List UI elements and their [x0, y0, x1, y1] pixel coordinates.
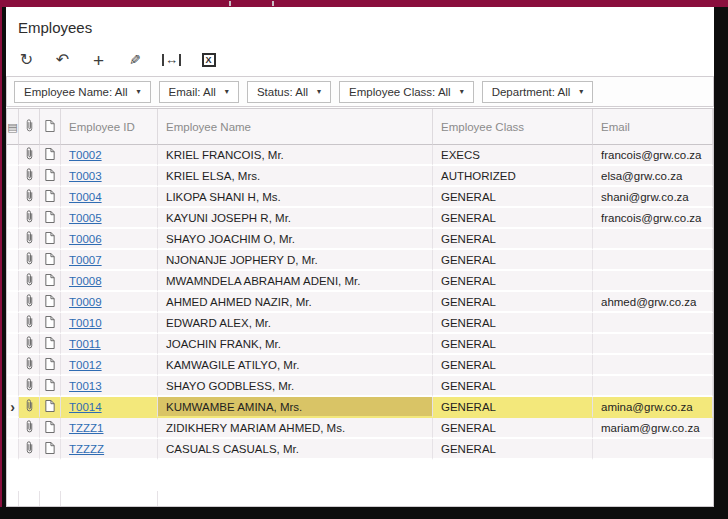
export-excel-button[interactable]: X: [200, 49, 217, 71]
employee-email-cell[interactable]: elsa@grw.co.za: [593, 166, 713, 187]
note-cell[interactable]: [40, 313, 61, 334]
attachment-cell[interactable]: [19, 376, 40, 397]
employee-id-link[interactable]: T0013: [69, 380, 102, 392]
employee-name-cell[interactable]: SHAYO JOACHIM O, Mr.: [158, 229, 433, 250]
attachment-cell[interactable]: [19, 334, 40, 355]
table-row[interactable]: T0010EDWARD ALEX, Mr.GENERAL: [7, 313, 713, 334]
employee-class-cell[interactable]: GENERAL: [433, 292, 593, 313]
employee-email-cell[interactable]: mariam@grw.co.za: [593, 418, 713, 439]
note-cell[interactable]: [40, 208, 61, 229]
fit-width-button[interactable]: ↔: [162, 49, 181, 71]
employee-email-cell[interactable]: francois@grw.co.za: [593, 145, 713, 166]
employee-class-cell[interactable]: GENERAL: [433, 250, 593, 271]
employee-email-cell[interactable]: francois@grw.co.za: [593, 208, 713, 229]
employee-name-cell[interactable]: KRIEL FRANCOIS, Mr.: [158, 145, 433, 166]
column-header-employee-class[interactable]: Employee Class: [433, 109, 593, 145]
attachment-cell[interactable]: [19, 418, 40, 439]
employee-email-cell[interactable]: amina@grw.co.za: [593, 397, 713, 418]
employee-name-cell[interactable]: KRIEL ELSA, Mrs.: [158, 166, 433, 187]
note-cell[interactable]: [40, 334, 61, 355]
employee-name-cell[interactable]: SHAYO GODBLESS, Mr.: [158, 376, 433, 397]
employee-class-cell[interactable]: GENERAL: [433, 229, 593, 250]
employee-class-cell[interactable]: GENERAL: [433, 187, 593, 208]
employee-id-link[interactable]: T0007: [69, 254, 102, 266]
employee-email-cell[interactable]: [593, 229, 713, 250]
employee-class-cell[interactable]: GENERAL: [433, 313, 593, 334]
employee-id-link[interactable]: T0012: [69, 359, 102, 371]
edit-button[interactable]: ✎: [126, 49, 143, 71]
undo-button[interactable]: ↶: [54, 49, 71, 71]
employee-id-link[interactable]: T0004: [69, 191, 102, 203]
employee-id-link[interactable]: T0009: [69, 296, 102, 308]
employee-class-cell[interactable]: AUTHORIZED: [433, 166, 593, 187]
employee-email-cell[interactable]: [593, 250, 713, 271]
table-row[interactable]: T0005KAYUNI JOSEPH R, Mr.GENERALfrancois…: [7, 208, 713, 229]
filter-email[interactable]: Email: All▾: [159, 81, 239, 103]
table-row[interactable]: T0002KRIEL FRANCOIS, Mr.EXECSfrancois@gr…: [7, 145, 713, 166]
column-header-employee-name[interactable]: Employee Name: [158, 109, 433, 145]
note-cell[interactable]: [40, 355, 61, 376]
employee-email-cell[interactable]: shani@grw.co.za: [593, 187, 713, 208]
employee-name-cell[interactable]: NJONANJE JOPHERY D, Mr.: [158, 250, 433, 271]
employee-id-link[interactable]: T0011: [69, 338, 101, 350]
column-header-email[interactable]: Email: [593, 109, 713, 145]
note-cell[interactable]: [40, 250, 61, 271]
attachment-cell[interactable]: [19, 313, 40, 334]
employee-class-cell[interactable]: GENERAL: [433, 418, 593, 439]
table-row[interactable]: ›T0014KUMWAMBE AMINA, Mrs.GENERALamina@g…: [7, 397, 713, 418]
attachment-cell[interactable]: [19, 229, 40, 250]
attachment-cell[interactable]: [19, 397, 40, 418]
attachment-cell[interactable]: [19, 187, 40, 208]
employee-class-cell[interactable]: GENERAL: [433, 334, 593, 355]
employee-id-link[interactable]: T0008: [69, 275, 102, 287]
note-cell[interactable]: [40, 376, 61, 397]
employee-email-cell[interactable]: [593, 271, 713, 292]
note-cell[interactable]: [40, 166, 61, 187]
employee-class-cell[interactable]: GENERAL: [433, 376, 593, 397]
employee-name-cell[interactable]: AHMED AHMED NAZIR, Mr.: [158, 292, 433, 313]
employee-id-link[interactable]: TZZZ1: [69, 422, 104, 434]
attachment-cell[interactable]: [19, 439, 40, 460]
note-cell[interactable]: [40, 187, 61, 208]
employee-id-link[interactable]: T0002: [69, 149, 102, 161]
table-row[interactable]: T0004LIKOPA SHANI H, Ms.GENERALshani@grw…: [7, 187, 713, 208]
table-row[interactable]: T0009AHMED AHMED NAZIR, Mr.GENERALahmed@…: [7, 292, 713, 313]
employee-email-cell[interactable]: [593, 334, 713, 355]
employee-email-cell[interactable]: [593, 313, 713, 334]
employee-name-cell[interactable]: ZIDIKHERY MARIAM AHMED, Ms.: [158, 418, 433, 439]
table-row[interactable]: T0008MWAMNDELA ABRAHAM ADENI, Mr.GENERAL: [7, 271, 713, 292]
attachment-cell[interactable]: [19, 271, 40, 292]
employee-id-link[interactable]: T0010: [69, 317, 102, 329]
filter-department[interactable]: Department: All▾: [482, 81, 594, 103]
add-new-button[interactable]: +: [90, 49, 107, 71]
note-cell[interactable]: [40, 145, 61, 166]
column-header-employee-id[interactable]: Employee ID: [61, 109, 158, 145]
attachment-cell[interactable]: [19, 166, 40, 187]
employee-email-cell[interactable]: ahmed@grw.co.za: [593, 292, 713, 313]
note-cell[interactable]: [40, 397, 61, 418]
employee-email-cell[interactable]: [593, 439, 713, 460]
attachment-cell[interactable]: [19, 355, 40, 376]
filter-employee-class[interactable]: Employee Class: All▾: [339, 81, 474, 103]
employee-id-link[interactable]: T0006: [69, 233, 102, 245]
table-row[interactable]: T0003KRIEL ELSA, Mrs.AUTHORIZEDelsa@grw.…: [7, 166, 713, 187]
employee-name-cell[interactable]: CASUALS CASUALS, Mr.: [158, 439, 433, 460]
employee-id-link[interactable]: T0005: [69, 212, 102, 224]
employee-name-cell[interactable]: EDWARD ALEX, Mr.: [158, 313, 433, 334]
table-row[interactable]: T0011JOACHIN FRANK, Mr.GENERAL: [7, 334, 713, 355]
filter-employee-name[interactable]: Employee Name: All▾: [14, 81, 151, 103]
employee-name-cell[interactable]: MWAMNDELA ABRAHAM ADENI, Mr.: [158, 271, 433, 292]
employee-class-cell[interactable]: GENERAL: [433, 439, 593, 460]
employee-email-cell[interactable]: [593, 355, 713, 376]
attachment-cell[interactable]: [19, 250, 40, 271]
employee-id-link[interactable]: T0014: [69, 401, 102, 413]
attachment-cell[interactable]: [19, 292, 40, 313]
employee-name-cell[interactable]: KAMWAGILE ATILYO, Mr.: [158, 355, 433, 376]
table-row[interactable]: T0007NJONANJE JOPHERY D, Mr.GENERAL: [7, 250, 713, 271]
attachment-cell[interactable]: [19, 145, 40, 166]
note-cell[interactable]: [40, 271, 61, 292]
employee-name-cell[interactable]: LIKOPA SHANI H, Ms.: [158, 187, 433, 208]
employee-id-link[interactable]: T0003: [69, 170, 102, 182]
note-cell[interactable]: [40, 418, 61, 439]
note-cell[interactable]: [40, 229, 61, 250]
